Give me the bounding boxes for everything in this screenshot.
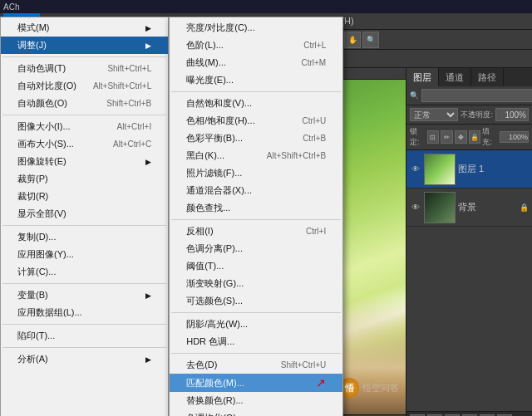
layer-eye-1[interactable]: 👁 <box>410 164 421 175</box>
menu-item-variable[interactable]: 变量(B) ▶ <box>1 286 168 304</box>
menu-trap-label: 陷印(T)... <box>17 330 55 342</box>
tab-channels[interactable]: 通道 <box>439 68 471 86</box>
adj-selectivecolor-label: 可选颜色(S)... <box>186 295 243 307</box>
adj-levels-label: 色阶(L)... <box>186 39 224 51</box>
menu-item-applyimage[interactable]: 应用图像(Y)... <box>1 246 168 263</box>
lock-paint[interactable]: ✏ <box>441 130 453 144</box>
adj-desaturate-shortcut: Shift+Ctrl+U <box>281 360 326 370</box>
adj-vibrance-label: 自然饱和度(V)... <box>186 97 252 110</box>
menu-imgsize-shortcut: Alt+Ctrl+I <box>117 122 152 131</box>
menu-item-trap[interactable]: 陷印(T)... <box>1 327 168 345</box>
lock-move[interactable]: ✥ <box>455 130 467 144</box>
menu-crop-label: 裁剪(P) <box>17 173 48 185</box>
adj-replacecolor[interactable]: 替换颜色(R)... <box>170 392 342 409</box>
adj-sep-1 <box>171 91 341 92</box>
adj-desaturate[interactable]: 去色(D) Shift+Ctrl+U <box>170 356 342 374</box>
lock-transparency[interactable]: ⊡ <box>427 130 440 144</box>
adj-hdrtoning[interactable]: HDR 色调... <box>170 333 342 350</box>
adj-posterize[interactable]: 色调分离(P)... <box>170 240 342 257</box>
menu-item-rotate[interactable]: 图像旋转(E) ▶ <box>1 153 168 170</box>
menu-item-revealall[interactable]: 显示全部(V) <box>1 205 168 223</box>
adj-selectivecolor[interactable]: 可选颜色(S)... <box>170 292 342 310</box>
layer-lock-icon: 🔒 <box>520 203 529 212</box>
layer-item-1[interactable]: 👁 图层 1 <box>406 150 532 188</box>
menu-sep-6 <box>2 347 166 348</box>
menu-autotone-shortcut: Shift+Ctrl+L <box>107 64 151 73</box>
menu-item-mode[interactable]: 模式(M) ▶ <box>1 19 168 37</box>
menu-autocontrast-shortcut: Alt+Shift+Ctrl+L <box>93 81 151 91</box>
adj-hdrtoning-label: HDR 色调... <box>186 335 234 348</box>
adj-brightness[interactable]: 亮度/对比度(C)... <box>170 19 342 37</box>
adj-vibrance[interactable]: 自然饱和度(V)... <box>170 95 342 112</box>
menu-sep-2 <box>2 115 166 115</box>
layer-thumb-img-bg <box>425 193 455 223</box>
adj-photofilter[interactable]: 照片滤镜(F)... <box>170 164 342 182</box>
menu-item-canvassize[interactable]: 画布大小(S)... Alt+Ctrl+C <box>1 135 168 153</box>
adj-gradientmap-label: 渐变映射(G)... <box>186 277 244 290</box>
adj-levels[interactable]: 色阶(L)... Ctrl+L <box>170 37 342 54</box>
fill-label: 填充: <box>482 126 498 148</box>
right-panel: 图层 通道 路径 🔍 T ◈ fx □ ⊕ 正常 不透明度: 锁定: ⊡ ✏ <box>406 68 532 416</box>
menu-datasetapply-label: 应用数据组(L)... <box>17 306 82 319</box>
layer-search-input[interactable] <box>421 89 532 102</box>
adj-invert-shortcut: Ctrl+I <box>306 227 326 236</box>
adjust-submenu: 亮度/对比度(C)... 色阶(L)... Ctrl+L 曲线(M)... Ct… <box>169 17 343 416</box>
adj-hsl[interactable]: 色相/饱和度(H)... Ctrl+U <box>170 112 342 130</box>
adj-shadowhighlight[interactable]: 阴影/高光(W)... <box>170 316 342 333</box>
menu-canvassize-shortcut: Alt+Ctrl+C <box>113 139 151 149</box>
tool-hand[interactable]: ✋ <box>344 32 361 48</box>
adj-hsl-shortcut: Ctrl+U <box>303 116 327 125</box>
adj-colorlookup[interactable]: 颜色查找... <box>170 199 342 217</box>
layers-list: 👁 图层 1 👁 背景 🔒 <box>406 150 532 411</box>
panel-tabs: 图层 通道 路径 <box>406 68 532 86</box>
adj-matchcolor[interactable]: 匹配颜色(M)... ↗ <box>170 374 342 392</box>
adj-colorbalance[interactable]: 色彩平衡(B)... Ctrl+B <box>170 130 342 147</box>
menu-item-autotone[interactable]: 自动色调(T) Shift+Ctrl+L <box>1 60 168 77</box>
app-title-bar: ACh <box>0 0 532 13</box>
tab-paths[interactable]: 路径 <box>471 68 504 86</box>
menu-item-trim[interactable]: 裁切(R) <box>1 188 168 205</box>
menu-adjust-arrow: ▶ <box>145 42 151 50</box>
adj-exposure[interactable]: 曝光度(E)... <box>170 71 342 89</box>
blend-mode-select[interactable]: 正常 <box>410 108 458 121</box>
adj-brightness-label: 亮度/对比度(C)... <box>186 22 255 34</box>
menu-autotone-label: 自动色调(T) <box>17 62 66 75</box>
layer-lock-controls: 锁定: ⊡ ✏ ✥ 🔒 填充: <box>406 125 532 150</box>
menu-item-analyze[interactable]: 分析(A) ▶ <box>1 350 168 368</box>
menu-item-imgsize[interactable]: 图像大小(I)... Alt+Ctrl+I <box>1 118 168 135</box>
menu-item-autocolor[interactable]: 自动颜色(O) Shift+Ctrl+B <box>1 95 168 112</box>
adj-threshold[interactable]: 阈值(T)... <box>170 257 342 275</box>
lock-label: 锁定: <box>410 126 426 148</box>
layer-eye-bg[interactable]: 👁 <box>410 202 421 213</box>
opacity-input[interactable] <box>495 108 529 121</box>
adj-desaturate-label: 去色(D) <box>186 359 217 371</box>
menu-item-duplicate[interactable]: 复制(D)... <box>1 228 168 246</box>
adj-sep-2 <box>171 219 341 220</box>
adj-colorbalance-shortcut: Ctrl+B <box>303 134 326 143</box>
menu-mode-label: 模式(M) <box>17 22 50 34</box>
menu-analyze-arrow: ▶ <box>145 355 151 364</box>
menu-item-datasetapply[interactable]: 应用数据组(L)... <box>1 304 168 321</box>
adj-equalize-label: 色调均化(Q) <box>186 412 236 416</box>
menu-item-autocontrast[interactable]: 自动对比度(O) Alt+Shift+Ctrl+L <box>1 77 168 95</box>
menu-sep-4 <box>2 283 166 284</box>
adj-equalize[interactable]: 色调均化(Q) <box>170 409 342 416</box>
fill-input[interactable] <box>500 131 529 143</box>
menu-item-crop[interactable]: 裁剪(P) <box>1 170 168 188</box>
adj-gradientmap[interactable]: 渐变映射(G)... <box>170 275 342 292</box>
menu-item-calculate[interactable]: 计算(C)... <box>1 263 168 281</box>
tool-zoom[interactable]: 🔍 <box>362 32 379 48</box>
adj-invert[interactable]: 反相(I) Ctrl+I <box>170 223 342 240</box>
menu-item-adjust[interactable]: 调整(J) ▶ <box>1 37 168 54</box>
menu-imgsize-label: 图像大小(I)... <box>17 120 71 133</box>
adj-hsl-label: 色相/饱和度(H)... <box>186 115 255 127</box>
layer-item-bg[interactable]: 👁 背景 🔒 <box>406 188 532 227</box>
menu-trim-label: 裁切(R) <box>17 190 48 203</box>
menu-variable-arrow: ▶ <box>145 291 151 300</box>
adj-channelmixer[interactable]: 通道混合器(X)... <box>170 182 342 199</box>
search-icon: 🔍 <box>410 91 419 100</box>
tab-layers[interactable]: 图层 <box>406 68 439 86</box>
adj-curves[interactable]: 曲线(M)... Ctrl+M <box>170 54 342 71</box>
adj-blackwhite[interactable]: 黑白(K)... Alt+Shift+Ctrl+B <box>170 147 342 164</box>
lock-all[interactable]: 🔒 <box>469 130 481 144</box>
